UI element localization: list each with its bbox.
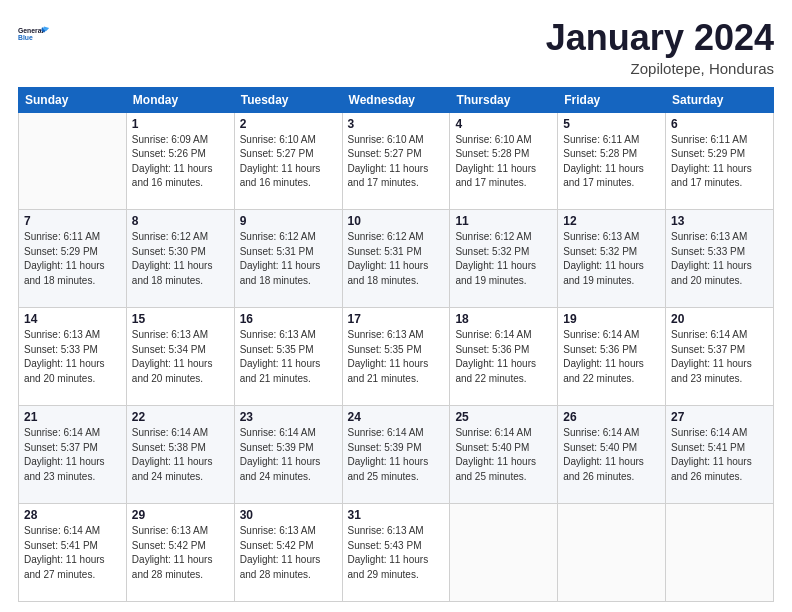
calendar-cell: 19Sunrise: 6:14 AM Sunset: 5:36 PM Dayli…: [558, 308, 666, 406]
logo-icon: GeneralBlue: [18, 18, 50, 50]
day-number: 15: [132, 312, 229, 326]
calendar-cell: 22Sunrise: 6:14 AM Sunset: 5:38 PM Dayli…: [126, 406, 234, 504]
day-info: Sunrise: 6:12 AM Sunset: 5:32 PM Dayligh…: [455, 230, 552, 288]
calendar-cell: 28Sunrise: 6:14 AM Sunset: 5:41 PM Dayli…: [19, 504, 127, 602]
calendar-cell: 20Sunrise: 6:14 AM Sunset: 5:37 PM Dayli…: [666, 308, 774, 406]
day-number: 20: [671, 312, 768, 326]
day-number: 2: [240, 117, 337, 131]
calendar-cell: 4Sunrise: 6:10 AM Sunset: 5:28 PM Daylig…: [450, 112, 558, 210]
weekday-header: Tuesday: [234, 87, 342, 112]
day-number: 28: [24, 508, 121, 522]
day-info: Sunrise: 6:14 AM Sunset: 5:39 PM Dayligh…: [240, 426, 337, 484]
day-info: Sunrise: 6:13 AM Sunset: 5:35 PM Dayligh…: [348, 328, 445, 386]
weekday-header: Saturday: [666, 87, 774, 112]
day-number: 9: [240, 214, 337, 228]
calendar-cell: 24Sunrise: 6:14 AM Sunset: 5:39 PM Dayli…: [342, 406, 450, 504]
calendar-cell: 6Sunrise: 6:11 AM Sunset: 5:29 PM Daylig…: [666, 112, 774, 210]
day-info: Sunrise: 6:11 AM Sunset: 5:28 PM Dayligh…: [563, 133, 660, 191]
day-info: Sunrise: 6:12 AM Sunset: 5:31 PM Dayligh…: [348, 230, 445, 288]
day-info: Sunrise: 6:14 AM Sunset: 5:38 PM Dayligh…: [132, 426, 229, 484]
weekday-header: Sunday: [19, 87, 127, 112]
day-number: 19: [563, 312, 660, 326]
day-number: 8: [132, 214, 229, 228]
day-number: 18: [455, 312, 552, 326]
day-info: Sunrise: 6:13 AM Sunset: 5:33 PM Dayligh…: [24, 328, 121, 386]
weekday-header: Monday: [126, 87, 234, 112]
day-info: Sunrise: 6:13 AM Sunset: 5:33 PM Dayligh…: [671, 230, 768, 288]
header: GeneralBlue January 2024 Zopilotepe, Hon…: [18, 18, 774, 77]
day-info: Sunrise: 6:13 AM Sunset: 5:43 PM Dayligh…: [348, 524, 445, 582]
day-number: 10: [348, 214, 445, 228]
svg-text:Blue: Blue: [18, 34, 33, 41]
day-number: 11: [455, 214, 552, 228]
calendar-cell: 18Sunrise: 6:14 AM Sunset: 5:36 PM Dayli…: [450, 308, 558, 406]
day-number: 3: [348, 117, 445, 131]
day-number: 4: [455, 117, 552, 131]
calendar-cell: 29Sunrise: 6:13 AM Sunset: 5:42 PM Dayli…: [126, 504, 234, 602]
month-title: January 2024: [546, 18, 774, 58]
day-info: Sunrise: 6:11 AM Sunset: 5:29 PM Dayligh…: [24, 230, 121, 288]
day-info: Sunrise: 6:09 AM Sunset: 5:26 PM Dayligh…: [132, 133, 229, 191]
day-info: Sunrise: 6:14 AM Sunset: 5:37 PM Dayligh…: [24, 426, 121, 484]
calendar-cell: 26Sunrise: 6:14 AM Sunset: 5:40 PM Dayli…: [558, 406, 666, 504]
calendar-cell: 9Sunrise: 6:12 AM Sunset: 5:31 PM Daylig…: [234, 210, 342, 308]
calendar-cell: 2Sunrise: 6:10 AM Sunset: 5:27 PM Daylig…: [234, 112, 342, 210]
day-info: Sunrise: 6:13 AM Sunset: 5:42 PM Dayligh…: [132, 524, 229, 582]
calendar-cell: 27Sunrise: 6:14 AM Sunset: 5:41 PM Dayli…: [666, 406, 774, 504]
calendar-cell: 13Sunrise: 6:13 AM Sunset: 5:33 PM Dayli…: [666, 210, 774, 308]
day-number: 22: [132, 410, 229, 424]
page: GeneralBlue January 2024 Zopilotepe, Hon…: [0, 0, 792, 612]
title-block: January 2024 Zopilotepe, Honduras: [546, 18, 774, 77]
day-number: 31: [348, 508, 445, 522]
day-number: 12: [563, 214, 660, 228]
calendar-cell: 25Sunrise: 6:14 AM Sunset: 5:40 PM Dayli…: [450, 406, 558, 504]
day-number: 16: [240, 312, 337, 326]
calendar-cell: 17Sunrise: 6:13 AM Sunset: 5:35 PM Dayli…: [342, 308, 450, 406]
calendar-cell: 11Sunrise: 6:12 AM Sunset: 5:32 PM Dayli…: [450, 210, 558, 308]
calendar-cell: 23Sunrise: 6:14 AM Sunset: 5:39 PM Dayli…: [234, 406, 342, 504]
calendar-cell: 1Sunrise: 6:09 AM Sunset: 5:26 PM Daylig…: [126, 112, 234, 210]
calendar-cell: 10Sunrise: 6:12 AM Sunset: 5:31 PM Dayli…: [342, 210, 450, 308]
calendar-cell: 12Sunrise: 6:13 AM Sunset: 5:32 PM Dayli…: [558, 210, 666, 308]
day-info: Sunrise: 6:11 AM Sunset: 5:29 PM Dayligh…: [671, 133, 768, 191]
day-info: Sunrise: 6:14 AM Sunset: 5:36 PM Dayligh…: [563, 328, 660, 386]
logo: GeneralBlue: [18, 18, 50, 50]
weekday-header: Wednesday: [342, 87, 450, 112]
day-info: Sunrise: 6:14 AM Sunset: 5:37 PM Dayligh…: [671, 328, 768, 386]
day-info: Sunrise: 6:14 AM Sunset: 5:41 PM Dayligh…: [671, 426, 768, 484]
day-number: 25: [455, 410, 552, 424]
day-number: 14: [24, 312, 121, 326]
calendar-table: SundayMondayTuesdayWednesdayThursdayFrid…: [18, 87, 774, 602]
day-number: 17: [348, 312, 445, 326]
day-number: 7: [24, 214, 121, 228]
day-info: Sunrise: 6:10 AM Sunset: 5:28 PM Dayligh…: [455, 133, 552, 191]
day-info: Sunrise: 6:14 AM Sunset: 5:41 PM Dayligh…: [24, 524, 121, 582]
day-info: Sunrise: 6:13 AM Sunset: 5:35 PM Dayligh…: [240, 328, 337, 386]
day-number: 24: [348, 410, 445, 424]
day-info: Sunrise: 6:14 AM Sunset: 5:39 PM Dayligh…: [348, 426, 445, 484]
weekday-header: Thursday: [450, 87, 558, 112]
day-info: Sunrise: 6:14 AM Sunset: 5:40 PM Dayligh…: [563, 426, 660, 484]
location: Zopilotepe, Honduras: [546, 60, 774, 77]
day-number: 23: [240, 410, 337, 424]
day-number: 27: [671, 410, 768, 424]
calendar-cell: 7Sunrise: 6:11 AM Sunset: 5:29 PM Daylig…: [19, 210, 127, 308]
day-number: 5: [563, 117, 660, 131]
day-info: Sunrise: 6:14 AM Sunset: 5:40 PM Dayligh…: [455, 426, 552, 484]
day-info: Sunrise: 6:12 AM Sunset: 5:31 PM Dayligh…: [240, 230, 337, 288]
day-number: 6: [671, 117, 768, 131]
day-info: Sunrise: 6:13 AM Sunset: 5:34 PM Dayligh…: [132, 328, 229, 386]
calendar-cell: 15Sunrise: 6:13 AM Sunset: 5:34 PM Dayli…: [126, 308, 234, 406]
day-info: Sunrise: 6:13 AM Sunset: 5:32 PM Dayligh…: [563, 230, 660, 288]
day-number: 21: [24, 410, 121, 424]
calendar-cell: [450, 504, 558, 602]
day-number: 26: [563, 410, 660, 424]
svg-text:General: General: [18, 27, 43, 34]
day-info: Sunrise: 6:14 AM Sunset: 5:36 PM Dayligh…: [455, 328, 552, 386]
calendar-cell: 8Sunrise: 6:12 AM Sunset: 5:30 PM Daylig…: [126, 210, 234, 308]
calendar-cell: [558, 504, 666, 602]
day-info: Sunrise: 6:13 AM Sunset: 5:42 PM Dayligh…: [240, 524, 337, 582]
weekday-header: Friday: [558, 87, 666, 112]
day-number: 30: [240, 508, 337, 522]
day-info: Sunrise: 6:12 AM Sunset: 5:30 PM Dayligh…: [132, 230, 229, 288]
